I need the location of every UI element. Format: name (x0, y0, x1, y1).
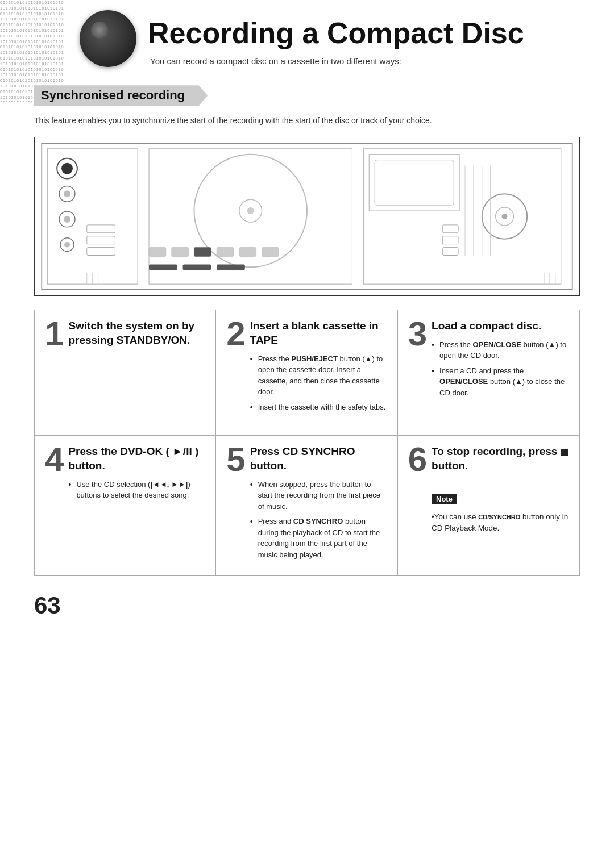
svg-point-19 (502, 214, 508, 219)
page-subtitle: You can record a compact disc on a casse… (150, 56, 580, 66)
step-6: 6 To stop recording, press button. Note … (398, 436, 579, 575)
step-5-heading: Press CD SYNCHRO button. (250, 445, 387, 473)
step-5-bullet-1: When stopped, press the button to start … (250, 479, 387, 512)
device-svg (35, 137, 579, 295)
device-illustration (34, 137, 580, 296)
svg-rect-21 (172, 248, 189, 257)
svg-rect-39 (87, 225, 115, 233)
svg-rect-44 (442, 248, 458, 256)
stop-icon (561, 449, 568, 456)
svg-rect-23 (217, 248, 234, 257)
note-text: •You can use CD/SYNCHRO button only in C… (432, 511, 569, 535)
step-5-bullet-2: Press and CD SYNCHRO button during the p… (250, 516, 387, 560)
section-description: This feature enables you to synchronize … (34, 115, 580, 127)
step-1: 1 Switch the system on by pressing STAND… (35, 310, 216, 435)
step-5-bullets: When stopped, press the button to start … (250, 479, 387, 561)
step-3-heading: Load a compact disc. (432, 319, 569, 333)
step-2-heading: Insert a blank cassette in TAPE (250, 319, 387, 347)
step-4-bullet-1: Use the CD selection (|◄◄, ►►|) buttons … (68, 479, 205, 501)
step-4: 4 Press the DVD-OK ( ►/II ) button. Use … (35, 436, 216, 575)
step-6-number: 6 (408, 443, 427, 477)
step-3: 3 Load a compact disc. Press the OPEN/CL… (398, 310, 579, 435)
step-2-bullet-1: Press the PUSH/EJECT button (▲) to open … (250, 353, 387, 398)
steps-row-2: 4 Press the DVD-OK ( ►/II ) button. Use … (34, 436, 580, 576)
svg-rect-26 (149, 265, 177, 270)
step-1-heading: Switch the system on by pressing STANDBY… (68, 319, 205, 347)
svg-rect-1 (47, 149, 138, 284)
svg-rect-25 (262, 248, 279, 257)
page-title: Recording a Compact Disc (148, 17, 580, 49)
svg-rect-15 (369, 155, 459, 211)
svg-point-7 (64, 216, 70, 223)
step-2-bullets: Press the PUSH/EJECT button (▲) to open … (250, 353, 387, 413)
step-5-number: 5 (226, 443, 245, 477)
step-2-number: 2 (226, 317, 245, 351)
svg-rect-20 (149, 248, 166, 257)
svg-rect-28 (217, 265, 245, 270)
svg-rect-22 (194, 248, 211, 257)
step-1-number: 1 (45, 317, 64, 351)
step-4-number: 4 (45, 443, 64, 477)
svg-point-9 (64, 242, 70, 248)
step-3-bullets: Press the OPEN/CLOSE button (▲) to open … (432, 339, 569, 399)
step-5: 5 Press CD SYNCHRO button. When stopped,… (216, 436, 397, 575)
page-header: Recording a Compact Disc You can record … (0, 0, 614, 72)
step-4-heading: Press the DVD-OK ( ►/II ) button. (68, 445, 205, 473)
svg-rect-41 (87, 248, 115, 256)
step-2: 2 Insert a blank cassette in TAPE Press … (216, 310, 397, 435)
page-number: 63 (34, 592, 580, 619)
svg-point-3 (61, 163, 73, 174)
svg-rect-24 (239, 248, 256, 257)
svg-point-5 (64, 191, 70, 198)
svg-rect-40 (87, 236, 115, 244)
svg-rect-14 (363, 149, 561, 284)
note-label: Note (432, 494, 457, 504)
section-heading: Synchronised recording (34, 85, 208, 106)
svg-rect-10 (149, 149, 352, 284)
step-6-heading: To stop recording, press button. (432, 445, 569, 473)
section-heading-wrap: Synchronised recording (34, 85, 580, 106)
step-2-bullet-2: Insert the cassette with the safety tabs… (250, 402, 387, 413)
step-3-number: 3 (408, 317, 427, 351)
svg-rect-27 (183, 265, 211, 270)
svg-rect-42 (442, 225, 458, 233)
steps-row-1: 1 Switch the system on by pressing STAND… (34, 310, 580, 436)
svg-rect-43 (442, 236, 458, 244)
step-3-bullet-2: Insert a CD and press the OPEN/CLOSE but… (432, 365, 569, 399)
step-3-bullet-1: Press the OPEN/CLOSE button (▲) to open … (432, 339, 569, 361)
svg-rect-16 (375, 160, 454, 205)
svg-point-13 (247, 207, 254, 214)
step-4-bullets: Use the CD selection (|◄◄, ►►|) buttons … (68, 479, 205, 501)
